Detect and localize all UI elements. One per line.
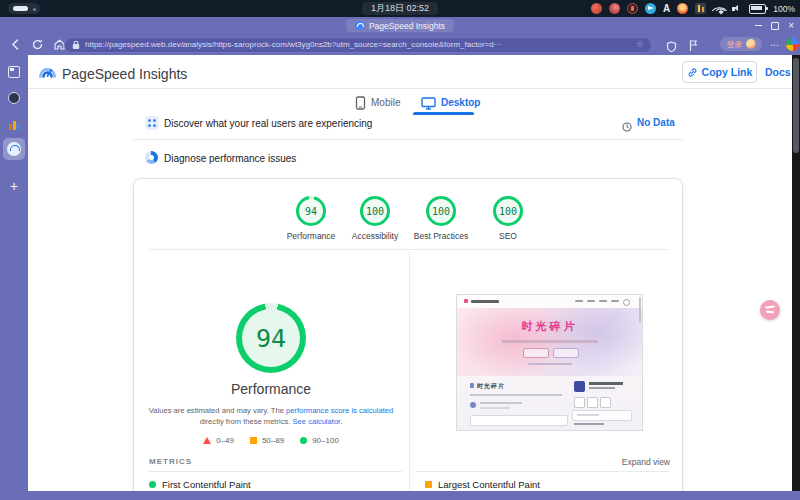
preview-line [480, 407, 510, 409]
field-data-icon [145, 116, 159, 130]
score-ring: 94 [296, 196, 326, 226]
preview-square-button [587, 397, 598, 408]
score-calc-link[interactable]: performance score is calculated [286, 406, 393, 415]
score-seo[interactable]: 100 SEO [463, 196, 553, 241]
keyboard-icon[interactable] [695, 3, 706, 14]
preview-button2 [553, 348, 579, 358]
browser-tab[interactable]: PageSpeed Insights [346, 19, 454, 32]
maximize-button[interactable] [771, 22, 779, 30]
see-calculator-link[interactable]: See calculator. [293, 417, 343, 426]
legend-item-good: 90–100 [300, 436, 339, 445]
scrollbar-thumb[interactable] [793, 58, 799, 153]
metric-col-divider-left [149, 471, 402, 472]
lock-icon [72, 40, 80, 50]
minimize-button[interactable] [755, 25, 762, 26]
tab-title: PageSpeed Insights [369, 21, 445, 31]
no-data-status[interactable]: No Data [637, 117, 675, 128]
close-button[interactable]: × [788, 21, 794, 31]
back-icon[interactable] [9, 38, 22, 51]
floating-widget-button[interactable] [760, 300, 780, 320]
expand-view-button[interactable]: Expand view [622, 457, 670, 467]
sidebar-app-icon[interactable] [8, 92, 20, 104]
disclaimer-part1: Values are estimated and may vary. The [149, 406, 286, 415]
preview-text-bar [528, 363, 572, 365]
copy-link-button[interactable]: Copy Link [682, 61, 757, 83]
preview-header [457, 295, 642, 308]
url-text: https://pagespeed.web.dev/analysis/https… [85, 40, 631, 49]
sidebar-tabs-icon[interactable] [8, 66, 20, 78]
preview-line [589, 387, 615, 389]
tray-app2-icon[interactable] [609, 3, 620, 14]
metrics-heading: METRICS [149, 457, 192, 466]
score-label: SEO [463, 231, 553, 241]
site-screenshot-thumbnail[interactable]: 时光碎片 时光碎片 [456, 294, 643, 431]
sidebar-analytics-icon[interactable] [8, 118, 20, 130]
docs-link[interactable]: Docs [765, 66, 791, 78]
gauge-value: 94 [236, 303, 306, 373]
url-bar[interactable]: https://pagespeed.web.dev/analysis/https… [64, 37, 652, 53]
preview-input [470, 415, 568, 426]
copy-link-label: Copy Link [702, 66, 753, 78]
card-divider [149, 249, 669, 250]
preview-section-title: 时光碎片 [477, 382, 505, 391]
performance-gauge[interactable]: 94 [236, 303, 306, 373]
overflow-menu-icon[interactable]: ⋯ [770, 40, 780, 50]
sidebar-add-icon[interactable]: + [8, 180, 20, 192]
volume-icon[interactable] [732, 4, 742, 14]
pagespeed-logo-icon[interactable] [38, 63, 57, 82]
extension-flag-icon[interactable] [688, 38, 699, 51]
browser-toolbar: https://pagespeed.web.dev/analysis/https… [0, 34, 800, 55]
system-clock: 1月18日 02:52 [362, 2, 438, 15]
lighthouse-icon [145, 151, 158, 164]
metric-name: First Contentful Paint [162, 479, 251, 490]
preview-scrollbar [639, 297, 641, 323]
shield-icon[interactable] [666, 39, 677, 51]
metric-lcp: Largest Contentful Paint [425, 479, 540, 490]
battery-percent: 100% [773, 4, 795, 14]
window-controls: × [755, 17, 794, 34]
wifi-icon[interactable] [713, 4, 725, 14]
header-divider [28, 88, 792, 89]
workspace-indicator[interactable] [8, 3, 40, 14]
preview-avatar [470, 402, 476, 408]
tab-desktop[interactable]: Desktop [441, 97, 480, 108]
window-bottom-frame [0, 491, 800, 500]
preview-logo-icon [464, 299, 468, 303]
tab-favicon [355, 21, 364, 30]
score-ring: 100 [493, 196, 523, 226]
telegram-icon[interactable] [645, 3, 656, 14]
input-method-indicator[interactable]: A [663, 3, 670, 14]
reload-icon[interactable] [31, 38, 44, 51]
diagnose-section-label: Diagnose performance issues [164, 153, 296, 164]
browser-tray-icon[interactable] [677, 3, 688, 14]
preview-lower-section: 时光碎片 [457, 376, 642, 430]
report-card: 94 Performance 100 Accessibility 100 Bes… [133, 178, 683, 491]
bookmark-star-icon[interactable]: ☆ [636, 40, 644, 49]
login-button[interactable]: 登录 [720, 37, 762, 51]
preview-button1 [523, 348, 549, 358]
tray-app3-icon[interactable] [627, 3, 638, 14]
preview-line [480, 402, 522, 404]
login-label: 登录 [727, 39, 743, 50]
preview-square-button [574, 397, 585, 408]
tab-mobile[interactable]: Mobile [371, 97, 400, 108]
orange-square-icon [250, 437, 257, 444]
metric-col-divider-right [416, 471, 669, 472]
green-circle-icon [300, 437, 307, 444]
extension-pinwheel-icon[interactable] [786, 38, 799, 51]
disclaimer-part2: directly from these metrics. [200, 417, 293, 426]
score-ring: 100 [426, 196, 456, 226]
browser-title-bar: PageSpeed Insights × [0, 17, 800, 34]
discover-section-label: Discover what your real users are experi… [164, 118, 372, 129]
system-bar: 1月18日 02:52 A 100% [0, 0, 800, 17]
gauge-label: Performance [171, 381, 371, 397]
tray-app1-icon[interactable] [591, 3, 602, 14]
avatar [746, 39, 756, 49]
sidebar-pagespeed-icon-active[interactable] [3, 138, 25, 160]
preview-card-logo [574, 381, 585, 392]
column-divider [409, 251, 410, 491]
preview-subtitle-bar [502, 340, 598, 343]
legend-item-average: 50–89 [250, 436, 284, 445]
active-tab-underline [413, 112, 474, 115]
page-title: PageSpeed Insights [62, 66, 187, 82]
